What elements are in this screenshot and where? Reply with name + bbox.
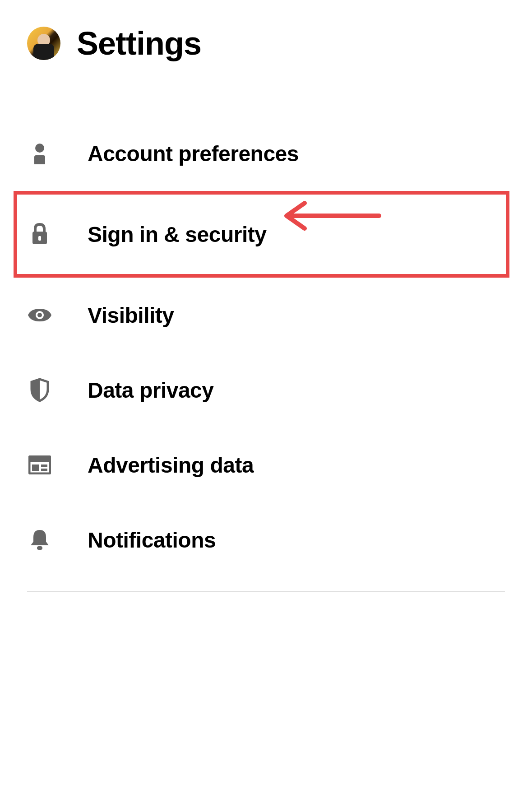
menu-item-visibility[interactable]: Visibility — [27, 278, 505, 353]
menu-item-label: Account preferences — [88, 141, 299, 166]
svg-rect-1 — [34, 155, 45, 164]
svg-rect-10 — [41, 469, 47, 471]
lock-icon — [27, 222, 52, 247]
menu-item-label: Notifications — [88, 528, 216, 553]
svg-rect-7 — [29, 456, 50, 462]
menu-item-label: Data privacy — [88, 378, 214, 403]
menu-item-label: Visibility — [88, 303, 174, 328]
svg-rect-3 — [38, 236, 41, 241]
menu-item-label: Sign in & security — [88, 222, 266, 247]
eye-icon — [27, 302, 52, 328]
avatar[interactable] — [27, 27, 60, 60]
svg-rect-9 — [41, 464, 47, 467]
page-title: Settings — [77, 25, 201, 62]
menu-item-notifications[interactable]: Notifications — [27, 502, 505, 577]
menu-item-label: Advertising data — [88, 453, 254, 478]
menu-item-advertising-data[interactable]: Advertising data — [27, 427, 505, 502]
svg-point-0 — [35, 144, 44, 153]
shield-icon — [27, 377, 52, 403]
svg-point-5 — [37, 313, 42, 317]
bell-icon — [27, 527, 52, 553]
menu-item-sign-in-security[interactable]: Sign in & security — [14, 191, 509, 278]
settings-header: Settings — [0, 0, 532, 62]
svg-rect-11 — [37, 546, 42, 550]
settings-menu: Account preferences Sign in & security V… — [0, 116, 532, 577]
divider — [27, 591, 505, 592]
person-icon — [27, 141, 52, 166]
menu-item-data-privacy[interactable]: Data privacy — [27, 353, 505, 427]
menu-item-account-preferences[interactable]: Account preferences — [27, 116, 505, 191]
newspaper-icon — [27, 452, 52, 478]
svg-rect-8 — [32, 464, 39, 471]
